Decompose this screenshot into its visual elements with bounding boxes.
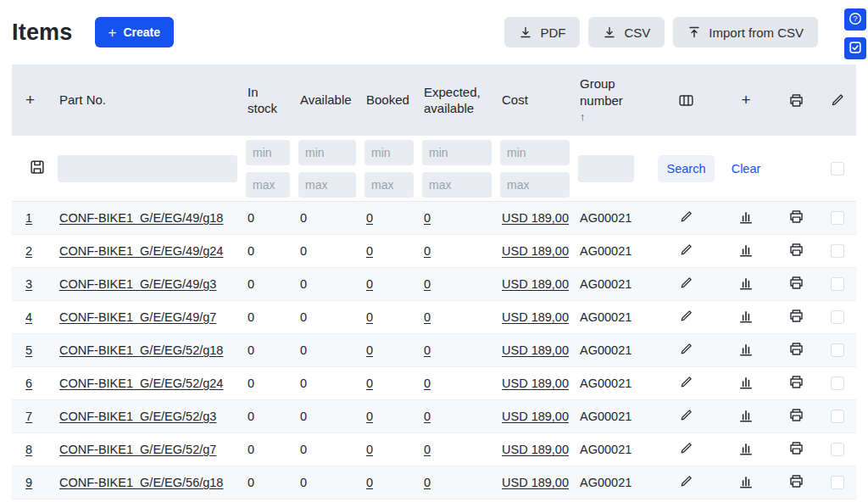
- statistics-row-button[interactable]: [738, 342, 754, 360]
- row-number-link[interactable]: 7: [25, 410, 32, 423]
- edit-row-button[interactable]: [679, 342, 693, 359]
- in-stock-max-input[interactable]: [246, 172, 290, 198]
- row-number-link[interactable]: 1: [25, 211, 32, 225]
- row-checkbox[interactable]: [831, 244, 844, 258]
- expected-available-link[interactable]: 0: [424, 343, 431, 357]
- booked-min-input[interactable]: [364, 140, 414, 165]
- expand-all-header[interactable]: +: [12, 64, 58, 136]
- help-button[interactable]: ?: [843, 7, 868, 32]
- part-no-link[interactable]: CONF-BIKE1_G/E/EG/52/g3: [59, 410, 216, 423]
- part-no-link[interactable]: CONF-BIKE1_G/E/EG/49/g3: [59, 277, 216, 291]
- part-no-link[interactable]: CONF-BIKE1_G/E/EG/49/g18: [59, 211, 223, 225]
- statistics-row-button[interactable]: [738, 474, 754, 492]
- booked-link[interactable]: 0: [366, 277, 373, 291]
- booked-link[interactable]: 0: [366, 443, 373, 456]
- edit-row-button[interactable]: [679, 408, 693, 425]
- booked-link[interactable]: 0: [366, 410, 373, 423]
- clear-button[interactable]: Clear: [732, 162, 761, 176]
- booked-link[interactable]: 0: [366, 310, 373, 324]
- available-max-input[interactable]: [298, 172, 356, 198]
- select-all-checkbox[interactable]: [831, 162, 844, 176]
- row-checkbox[interactable]: [831, 443, 844, 456]
- print-row-button[interactable]: [788, 473, 804, 492]
- row-checkbox[interactable]: [831, 376, 844, 390]
- booked-link[interactable]: 0: [366, 343, 373, 357]
- row-checkbox[interactable]: [831, 476, 844, 489]
- statistics-row-button[interactable]: [738, 375, 754, 393]
- print-row-button[interactable]: [788, 374, 804, 393]
- row-number-link[interactable]: 2: [25, 244, 32, 258]
- edit-row-button[interactable]: [679, 375, 693, 392]
- row-checkbox[interactable]: [831, 343, 844, 357]
- part-no-link[interactable]: CONF-BIKE1_G/E/EG/52/g24: [59, 376, 223, 390]
- row-checkbox[interactable]: [831, 410, 844, 423]
- print-row-button[interactable]: [788, 275, 804, 293]
- column-header-available[interactable]: Available: [298, 64, 364, 136]
- cost-link[interactable]: USD 189,00: [502, 343, 569, 357]
- row-number-link[interactable]: 8: [25, 443, 32, 456]
- print-row-button[interactable]: [788, 209, 804, 227]
- expected-available-link[interactable]: 0: [424, 277, 431, 291]
- tasks-button[interactable]: [843, 36, 868, 61]
- cost-link[interactable]: USD 189,00: [502, 410, 569, 423]
- cost-link[interactable]: USD 189,00: [502, 244, 569, 258]
- print-row-button[interactable]: [788, 407, 804, 426]
- part-no-link[interactable]: CONF-BIKE1_G/E/EG/52/g18: [59, 343, 223, 357]
- edit-row-button[interactable]: [679, 309, 693, 326]
- row-number-link[interactable]: 4: [25, 310, 32, 324]
- statistics-row-button[interactable]: [738, 309, 754, 326]
- print-row-button[interactable]: [788, 308, 804, 326]
- edit-all-header[interactable]: [818, 64, 856, 136]
- column-header-group-number[interactable]: Group number ↑: [578, 64, 654, 136]
- expected-available-link[interactable]: 0: [424, 310, 431, 324]
- statistics-row-button[interactable]: [738, 441, 754, 459]
- expected-available-link[interactable]: 0: [424, 443, 431, 456]
- expected-available-link[interactable]: 0: [424, 410, 431, 423]
- row-checkbox[interactable]: [831, 310, 844, 324]
- cost-link[interactable]: USD 189,00: [502, 443, 569, 456]
- expected-min-input[interactable]: [422, 140, 492, 165]
- column-settings-header[interactable]: [654, 64, 718, 136]
- booked-link[interactable]: 0: [366, 244, 373, 258]
- booked-link[interactable]: 0: [366, 211, 373, 225]
- print-row-button[interactable]: [788, 440, 804, 459]
- statistics-row-button[interactable]: [738, 408, 754, 426]
- column-header-in-stock[interactable]: In stock: [246, 64, 298, 136]
- edit-row-button[interactable]: [679, 441, 693, 458]
- row-number-link[interactable]: 9: [25, 476, 32, 489]
- cost-min-input[interactable]: [500, 140, 570, 165]
- statistics-row-button[interactable]: [738, 276, 754, 293]
- edit-row-button[interactable]: [679, 474, 693, 491]
- group-number-filter-input[interactable]: [578, 155, 634, 182]
- part-no-filter-input[interactable]: [58, 155, 237, 182]
- print-all-header[interactable]: [774, 64, 818, 136]
- column-header-cost[interactable]: Cost: [500, 64, 578, 136]
- available-min-input[interactable]: [298, 140, 356, 165]
- column-header-expected-available[interactable]: Expected, available: [422, 64, 500, 136]
- edit-row-button[interactable]: [679, 276, 693, 293]
- row-number-link[interactable]: 6: [25, 376, 32, 390]
- add-column-header[interactable]: +: [718, 64, 774, 136]
- in-stock-min-input[interactable]: [246, 140, 290, 165]
- row-number-link[interactable]: 5: [25, 343, 32, 357]
- part-no-link[interactable]: CONF-BIKE1_G/E/EG/52/g7: [59, 443, 216, 456]
- expected-available-link[interactable]: 0: [424, 476, 431, 489]
- print-row-button[interactable]: [788, 341, 804, 360]
- column-header-part-no[interactable]: Part No.: [58, 64, 246, 136]
- cost-link[interactable]: USD 189,00: [502, 376, 569, 390]
- create-button[interactable]: + Create: [95, 17, 175, 47]
- expected-available-link[interactable]: 0: [424, 244, 431, 258]
- search-button[interactable]: Search: [658, 155, 715, 182]
- statistics-row-button[interactable]: [738, 209, 754, 227]
- row-number-link[interactable]: 3: [25, 277, 32, 291]
- booked-max-input[interactable]: [364, 172, 414, 198]
- export-csv-button[interactable]: CSV: [588, 17, 665, 47]
- part-no-link[interactable]: CONF-BIKE1_G/E/EG/49/g24: [59, 244, 223, 258]
- import-csv-button[interactable]: Import from CSV: [673, 17, 818, 47]
- save-filter-button[interactable]: [25, 159, 49, 178]
- part-no-link[interactable]: CONF-BIKE1_G/E/EG/56/g18: [59, 476, 223, 489]
- statistics-row-button[interactable]: [738, 243, 754, 260]
- cost-link[interactable]: USD 189,00: [502, 310, 569, 324]
- row-checkbox[interactable]: [831, 211, 844, 225]
- row-checkbox[interactable]: [831, 277, 844, 291]
